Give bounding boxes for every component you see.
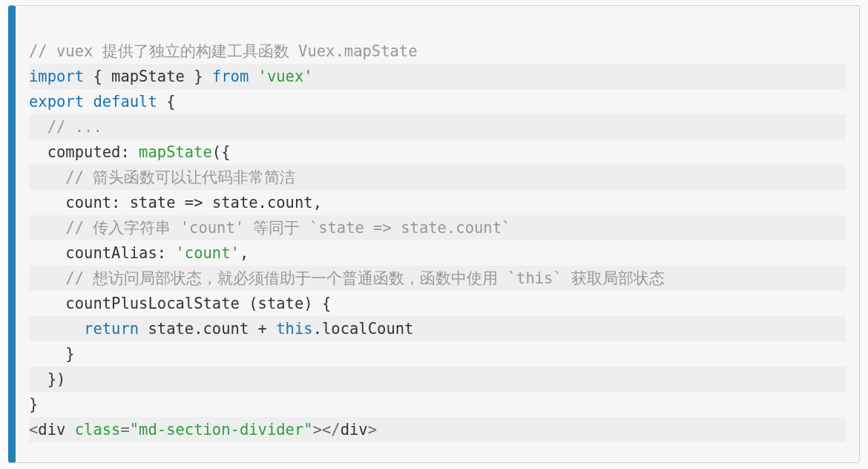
code-line: // 想访问局部状态，就必须借助于一个普通函数，函数中使用 `this` 获取局… [29, 266, 846, 291]
code-line: }) [29, 367, 846, 392]
code-line: <div class="md-section-divider"></div> [29, 417, 846, 442]
code-line: // ... [29, 114, 846, 140]
code-line: } [29, 392, 846, 417]
code-line: return state.count + this.localCount [29, 316, 846, 341]
code-line: // 箭头函数可以让代码非常简洁 [29, 165, 846, 190]
code-line: // 传入字符串 'count' 等同于 `state => state.cou… [29, 215, 846, 240]
code-line: // vuex 提供了独立的构建工具函数 Vuex.mapState [29, 39, 846, 64]
code-line: } [29, 341, 846, 367]
code-line: countPlusLocalState (state) { [29, 291, 846, 316]
code-content: // vuex 提供了独立的构建工具函数 Vuex.mapStateimport… [16, 6, 859, 448]
code-line: computed: mapState({ [29, 140, 846, 165]
code-line: import { mapState } from 'vuex' [29, 64, 846, 89]
code-line: count: state => state.count, [29, 190, 846, 215]
code-block: // vuex 提供了独立的构建工具函数 Vuex.mapStateimport… [8, 5, 860, 463]
code-line: export default { [29, 89, 846, 114]
code-line: countAlias: 'count', [29, 240, 846, 266]
